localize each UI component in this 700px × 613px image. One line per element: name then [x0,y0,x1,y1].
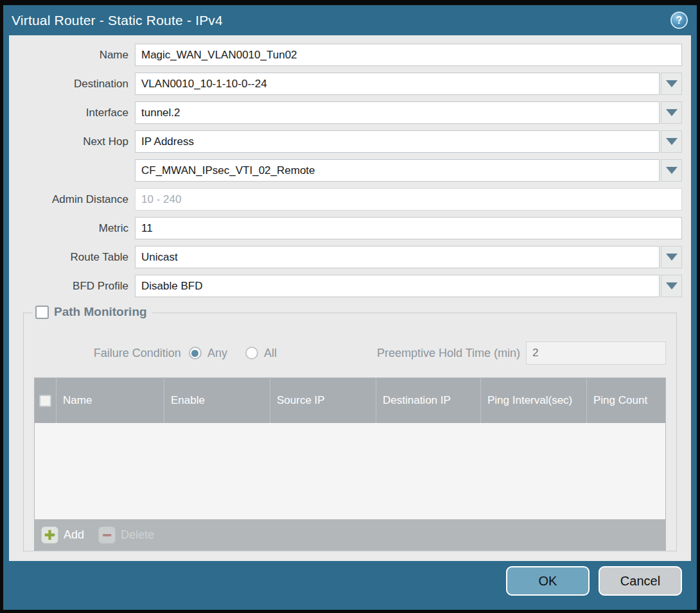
form-row-name: Name [18,44,682,66]
title-bar: Virtual Router - Static Route - IPv4 ? [3,5,697,35]
path-monitoring-title: Path Monitoring [54,305,147,319]
failure-condition-label: Failure Condition [34,347,189,360]
admin-distance-input[interactable] [135,188,682,211]
destination-label: Destination [18,78,135,91]
bfd-profile-input[interactable] [135,275,660,297]
delete-button-label: Delete [121,528,154,542]
chevron-down-icon [666,138,678,145]
name-label: Name [18,49,135,62]
radio-all-label: All [264,347,277,360]
form-row-route-table: Route Table [18,246,682,268]
bfd-profile-label: BFD Profile [18,280,135,293]
ok-button[interactable]: OK [506,566,590,596]
path-monitoring-table: Name Enable Source IP Destination IP Pin… [34,377,666,551]
metric-label: Metric [18,222,135,235]
form-row-bfd-profile: BFD Profile [18,275,682,297]
table-footer-bar: ✚ Add ━ Delete [35,519,665,550]
path-monitoring-section: Path Monitoring Failure Condition Any [23,313,677,551]
column-header-enable[interactable]: Enable [164,378,270,423]
form-row-next-hop-address [18,159,682,182]
form-row-destination: Destination [18,73,682,95]
dialog-outer-frame: Virtual Router - Static Route - IPv4 ? N… [0,0,700,613]
interface-dropdown-button[interactable] [661,101,682,124]
column-header-ping-count[interactable]: Ping Count [587,378,665,423]
path-monitoring-checkbox[interactable] [35,306,49,319]
column-header-destination-ip[interactable]: Destination IP [376,378,481,423]
dialog-title: Virtual Router - Static Route - IPv4 [12,13,670,28]
help-icon[interactable]: ? [670,12,688,29]
next-hop-type-input[interactable] [135,130,660,153]
chevron-down-icon [666,109,678,116]
radio-selected-dot [191,350,198,357]
radio-all[interactable]: All [245,347,277,360]
interface-input[interactable] [135,101,660,124]
column-header-source-ip[interactable]: Source IP [270,378,376,423]
interface-label: Interface [18,107,135,119]
route-table-label: Route Table [18,251,135,264]
radio-all-circle [245,347,258,359]
table-header-row: Name Enable Source IP Destination IP Pin… [35,378,665,423]
form-row-interface: Interface [18,101,682,124]
cancel-button[interactable]: Cancel [599,566,682,596]
add-button[interactable]: ✚ Add [41,526,84,544]
route-table-input[interactable] [135,246,660,268]
route-table-dropdown-button[interactable] [661,246,682,268]
add-button-label: Add [64,528,84,542]
metric-input[interactable] [135,217,682,239]
form-row-admin-distance: Admin Distance [18,188,682,211]
path-monitoring-controls: Failure Condition Any All [34,341,666,365]
select-all-checkbox[interactable] [39,395,51,407]
column-header-ping-interval[interactable]: Ping Interval(sec) [481,378,587,423]
delete-button[interactable]: ━ Delete [98,526,154,544]
dialog-body: Name Destination Interface [9,35,691,561]
admin-distance-label: Admin Distance [18,193,135,206]
form-row-metric: Metric [18,217,682,239]
chevron-down-icon [666,80,678,87]
failure-condition-radio-group: Any All [189,347,295,360]
preemptive-hold-time-input[interactable] [526,341,666,365]
bfd-profile-dropdown-button[interactable] [661,275,682,297]
radio-any-label: Any [207,347,227,360]
chevron-down-icon [666,254,678,261]
destination-dropdown-button[interactable] [661,73,682,95]
preemptive-hold-time-label: Preemptive Hold Time (min) [377,347,520,360]
dialog-footer: OK Cancel [3,561,697,610]
minus-icon: ━ [98,526,116,544]
plus-icon: ✚ [41,526,58,544]
radio-any[interactable]: Any [189,347,227,360]
chevron-down-icon [666,167,678,174]
name-input[interactable] [135,44,682,66]
path-monitoring-legend: Path Monitoring [33,305,152,319]
destination-input[interactable] [135,73,660,95]
radio-any-circle [189,347,202,359]
form-row-next-hop: Next Hop [18,130,682,153]
column-header-name[interactable]: Name [57,378,164,423]
chevron-down-icon [666,282,678,289]
static-route-dialog: Virtual Router - Static Route - IPv4 ? N… [3,5,697,610]
table-body-empty [35,423,665,519]
next-hop-type-dropdown-button[interactable] [661,130,682,153]
next-hop-label: Next Hop [18,135,135,148]
table-header-checkbox-cell [35,378,57,423]
next-hop-address-dropdown-button[interactable] [661,159,682,182]
next-hop-address-input[interactable] [135,159,660,182]
